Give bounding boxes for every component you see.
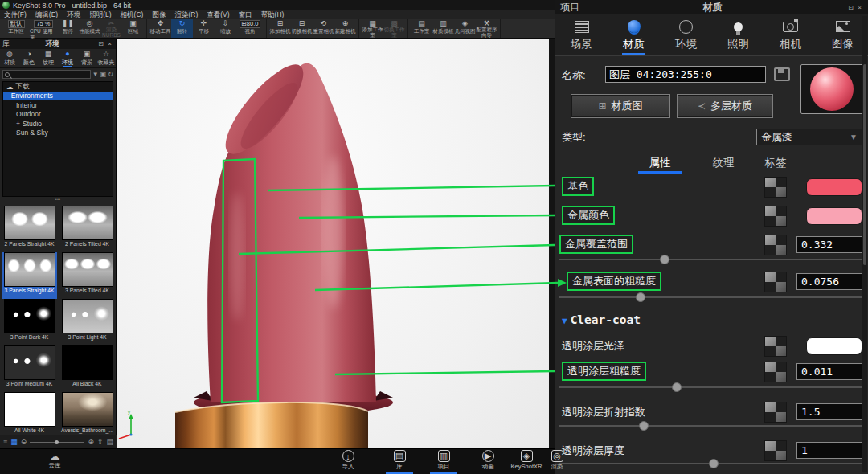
tree-item-studio[interactable]: +Studio [3,119,113,129]
thumbnail-3-panels-tilted[interactable]: 3 Panels Tilted 4K [60,252,115,299]
config-wizard-button[interactable]: ⚒配置程序向导 [476,19,497,38]
filter-icon[interactable]: ▼ [92,71,99,78]
menu-help[interactable]: 帮助(H) [261,10,285,20]
library-toggle-button[interactable]: ▤库 [379,450,420,474]
menu-camera[interactable]: 相机(C) [121,10,144,20]
thumbnail-aversis-bathroom[interactable]: Aversis_Bathroom_... [60,392,115,435]
slider-handle[interactable] [639,421,649,431]
clearcoat-ior-value[interactable]: 1.5 [796,403,866,420]
fov-control[interactable]: ⊞ 80.0 视角 [236,19,264,38]
list-view-icon[interactable]: ≡ [3,438,7,446]
add-studio-button[interactable]: ▦添加工作室 [362,19,383,38]
cloud-library-button[interactable]: ☁ 云库 [39,452,71,470]
clearcoat-thickness-texture-button[interactable] [764,440,787,461]
tab-material[interactable]: 材质 [608,14,660,55]
grid-view-icon[interactable]: ▦ [10,438,18,446]
multilayer-material-button[interactable]: ≺ 多层材质 [678,95,772,117]
menu-render[interactable]: 渲染(R) [174,10,198,20]
metal-color-texture-button[interactable] [764,206,787,227]
material-template-button[interactable]: ▥材质模板 [432,19,454,38]
subtab-labels[interactable]: 标签 [765,156,787,174]
library-tab-colors[interactable]: ◑颜色 [19,49,39,67]
tab-environment[interactable]: 环境 [660,14,712,55]
thumbnail-3-point-medium[interactable]: 3 Point Medium 4K [2,345,57,392]
tab-image[interactable]: 图像 [817,14,868,55]
scrollbar-thumb[interactable] [863,64,866,265]
search-input[interactable] [2,70,91,79]
thumbnail-2-panels-straight[interactable]: 2 Panels Straight 4K [2,206,57,252]
performance-mode-button[interactable]: ◎性能模式 [79,19,100,38]
workspace-dropdown[interactable]: 默认 工作区 [2,19,30,38]
menu-window[interactable]: 窗口 [239,10,252,20]
animation-button[interactable]: ▶动画 [468,450,508,471]
clearcoat-gloss-texture-button[interactable] [764,336,787,357]
metal-coverage-value[interactable]: 0.332 [796,236,866,253]
import-folder-icon[interactable]: ▤ [106,438,113,446]
clearcoat-roughness-value[interactable]: 0.011 [796,363,866,380]
tree-item-interior[interactable]: Interior [3,100,113,110]
slider-handle[interactable] [55,440,59,444]
pause-button[interactable]: ❚❚暂停 [57,19,79,38]
clearcoat-roughness-slider[interactable] [559,386,864,388]
folders-icon[interactable]: ▣ [100,71,107,78]
move-tool-button[interactable]: ✥移动工具 [149,19,171,38]
project-toggle-button[interactable]: ▥项目 [424,450,464,474]
fov-value[interactable]: ⊞ 80.0 [240,20,261,28]
tree-item-environments[interactable]: -Environments [3,92,113,101]
project-float-icon[interactable]: ⊡ [847,4,854,11]
slider-handle[interactable] [636,292,645,302]
add-camera-button[interactable]: ⊞添加相机 [269,19,291,38]
metal-coverage-texture-button[interactable] [764,235,787,255]
thumbnail-all-white[interactable]: All White 4K [2,392,57,435]
subtab-properties[interactable]: 属性 [638,156,682,174]
menu-image[interactable]: 图像 [152,10,166,20]
cpu-usage-value[interactable]: 75 % [34,20,52,28]
switch-camera-button[interactable]: ⊟切换相机 [291,19,313,38]
clearcoat-ior-slider[interactable] [559,425,864,427]
tree-item-outdoor[interactable]: Outdoor [3,110,113,120]
clearcoat-roughness-texture-button[interactable] [764,362,787,382]
menu-file[interactable]: 文件(F) [4,10,27,20]
project-scrollbar[interactable] [862,16,867,472]
metal-roughness-slider[interactable] [559,296,864,298]
pan-button[interactable]: ✛平移 [193,19,215,38]
new-camera-button[interactable]: ⊕新建相机 [334,19,356,38]
realtime-viewport[interactable]: y [117,39,549,448]
library-tab-materials[interactable]: ◍材质 [0,49,19,67]
base-color-texture-button[interactable] [764,177,787,198]
clearcoat-thickness-slider[interactable] [559,463,864,464]
tab-camera[interactable]: 相机 [764,14,817,55]
thumbnail-3-point-dark[interactable]: 3 Point Dark 4K [2,299,57,345]
metal-coverage-slider[interactable] [559,259,864,260]
base-color-swatch[interactable] [806,178,862,196]
reset-camera-button[interactable]: ⟲重置相机 [313,19,334,38]
menu-lighting[interactable]: 照明(L) [89,10,111,20]
menu-edit[interactable]: 编辑(E) [35,10,58,20]
menu-environment[interactable]: 环境 [67,10,80,20]
refresh-icon[interactable]: ↻ [108,71,113,78]
tree-item-downloads[interactable]: ☁下载 [3,82,113,92]
tumble-button[interactable]: ↻翻转 [171,19,193,38]
save-material-icon[interactable] [774,67,790,81]
studio-button[interactable]: ▤工作室 [411,19,432,38]
slider-handle[interactable] [660,255,669,264]
library-tab-backplates[interactable]: ▣背景 [77,49,96,67]
zoom-in-icon[interactable]: ⊕ [88,438,94,446]
zoom-out-icon[interactable]: ⊖ [21,438,27,446]
clearcoat-section-header[interactable]: ▼Clear-coat [562,313,641,326]
material-preview[interactable] [800,64,863,114]
region-button[interactable]: ▣区域 [122,19,144,38]
render-button[interactable]: ◎渲染 [537,450,577,471]
clearcoat-thickness-value[interactable]: 1 [796,442,866,459]
import-button[interactable]: ↓导入 [328,450,368,471]
material-type-dropdown[interactable]: 金属漆 ▼ [756,129,862,145]
tab-lighting[interactable]: 照明 [712,14,764,55]
subtab-textures[interactable]: 纹理 [713,156,735,174]
dolly-button[interactable]: ⇩缩放 [215,19,236,38]
geometry-view-button[interactable]: ◈几何视图 [454,19,476,38]
tree-item-sun-sky[interactable]: Sun & Sky [3,129,113,138]
thumbnail-size-slider[interactable] [30,442,84,443]
clearcoat-ior-texture-button[interactable] [764,402,787,423]
metal-roughness-value[interactable]: 0.0756 [796,273,866,290]
project-close-icon[interactable]: × [856,4,863,11]
